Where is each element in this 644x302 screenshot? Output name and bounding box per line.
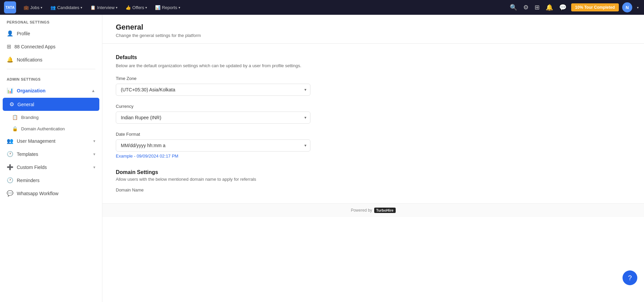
- branding-icon: 📋: [12, 115, 18, 120]
- page-footer: Powered by TurboHire: [102, 203, 644, 217]
- date-format-form-group: Date Format MM/dd/yyyy hh:mm add/MM/yyyy…: [116, 132, 391, 159]
- sidebar-label-organization: Organization: [17, 88, 88, 93]
- sidebar-item-user-management[interactable]: 👥 User Management ▾: [0, 134, 102, 147]
- apps-button[interactable]: ⊞: [533, 2, 541, 12]
- sidebar-item-branding[interactable]: 📋 Branding: [0, 112, 102, 123]
- sidebar-item-profile[interactable]: 👤 Profile: [0, 27, 102, 40]
- nav-reports[interactable]: 📊 Reports ▾: [152, 3, 184, 12]
- nav-interview[interactable]: 📋 Interview ▾: [87, 3, 121, 12]
- chevron-down-icon: ▾: [145, 6, 147, 9]
- powered-by-text: Powered by: [351, 208, 372, 213]
- users-icon: 👥: [7, 138, 13, 144]
- domain-name-label: Domain Name: [116, 187, 144, 192]
- user-mgmt-chevron: ▾: [93, 139, 95, 143]
- domain-settings-desc: Allow users with the below mentioned dom…: [116, 177, 391, 182]
- bell-icon: 🔔: [7, 56, 13, 63]
- chevron-down-icon: ▾: [41, 6, 42, 9]
- apps-icon: ⊞: [7, 43, 11, 50]
- defaults-description: Below are the default organization setti…: [116, 62, 391, 69]
- org-icon: 📊: [7, 87, 13, 94]
- main-layout: Personal Settings 👤 Profile ⊞ 88 Connect…: [0, 15, 644, 302]
- content-wrapper: General Change the general settings for …: [102, 15, 644, 302]
- templates-chevron: ▾: [93, 152, 95, 157]
- lock-icon: 🔒: [12, 126, 18, 131]
- sidebar-item-organization[interactable]: 📊 Organization ▲: [0, 84, 102, 97]
- people-icon: 👥: [50, 5, 56, 10]
- user-avatar[interactable]: N: [622, 2, 632, 12]
- currency-select-wrapper: Indian Rupee (INR)US Dollar (USD)Euro (E…: [116, 112, 310, 124]
- page-title: General: [116, 23, 631, 32]
- nav-candidates[interactable]: 👥 Candidates ▾: [47, 3, 86, 12]
- timezone-label: Time Zone: [116, 76, 391, 81]
- footer-logo: Powered by TurboHire: [351, 208, 395, 213]
- date-format-select-wrapper: MM/dd/yyyy hh:mm add/MM/yyyy hh:mm ayyyy…: [116, 139, 310, 152]
- sidebar-item-connected-apps[interactable]: ⊞ 88 Connected Apps: [0, 40, 102, 53]
- chevron-down-icon: ▾: [116, 6, 117, 9]
- settings-button[interactable]: ⚙: [522, 2, 530, 12]
- sidebar-item-whatsapp[interactable]: 💬 Whatsapp Workflow: [0, 187, 102, 200]
- currency-form-group: Currency Indian Rupee (INR)US Dollar (US…: [116, 104, 391, 124]
- sidebar-label-notifications: Notifications: [17, 57, 95, 62]
- personal-settings-heading: Personal Settings: [0, 15, 102, 27]
- content-area: Defaults Below are the default organizat…: [102, 44, 404, 203]
- messages-button[interactable]: 💬: [558, 2, 568, 12]
- sidebar-label-domain-auth: Domain Authentication: [21, 126, 65, 131]
- admin-settings-heading: Admin Settings: [0, 72, 102, 84]
- sidebar-label-profile: Profile: [17, 31, 95, 36]
- top-navigation: TATA 💼 Jobs ▾ 👥 Candidates ▾ 📋 Interview…: [0, 0, 644, 15]
- timezone-select-wrapper: (UTC+05:30) Asia/Kolkata(UTC+00:00) UTC(…: [116, 84, 310, 96]
- date-format-select[interactable]: MM/dd/yyyy hh:mm add/MM/yyyy hh:mm ayyyy…: [116, 139, 310, 152]
- turbohire-brand: TurboHire: [374, 208, 396, 213]
- gear-icon: ⚙: [9, 101, 14, 107]
- date-format-label: Date Format: [116, 132, 391, 137]
- main-content: General Change the general settings for …: [102, 15, 644, 302]
- sidebar-item-general[interactable]: ⚙ General: [3, 98, 99, 111]
- notifications-button[interactable]: 🔔: [544, 2, 554, 12]
- reports-icon: 📊: [155, 5, 160, 10]
- sidebar-label-user-management: User Management: [17, 138, 90, 144]
- topnav-right-section: 🔍 ⚙ ⊞ 🔔 💬 10% Tour Completed N ▾: [508, 2, 640, 12]
- domain-settings-title: Domain Settings: [116, 169, 391, 175]
- sidebar-label-reminders: Reminders: [17, 178, 95, 183]
- timezone-form-group: Time Zone (UTC+05:30) Asia/Kolkata(UTC+0…: [116, 76, 391, 96]
- currency-select[interactable]: Indian Rupee (INR)US Dollar (USD)Euro (E…: [116, 112, 310, 124]
- sidebar-label-general: General: [17, 102, 93, 107]
- nav-offers[interactable]: 👍 Offers ▾: [122, 3, 150, 12]
- timezone-select[interactable]: (UTC+05:30) Asia/Kolkata(UTC+00:00) UTC(…: [116, 84, 310, 96]
- account-chevron[interactable]: ▾: [636, 4, 640, 11]
- sidebar-label-whatsapp: Whatsapp Workflow: [17, 191, 95, 196]
- sidebar-item-custom-fields[interactable]: ➕ Custom Fields ▾: [0, 161, 102, 174]
- sidebar-item-notifications[interactable]: 🔔 Notifications: [0, 53, 102, 66]
- help-button[interactable]: ?: [623, 270, 637, 285]
- sidebar: Personal Settings 👤 Profile ⊞ 88 Connect…: [0, 15, 102, 302]
- interview-icon: 📋: [90, 5, 96, 10]
- reminders-icon: 🕐: [7, 177, 13, 183]
- sidebar-divider: [7, 69, 95, 69]
- sidebar-label-connected-apps: 88 Connected Apps: [14, 44, 95, 49]
- tour-button[interactable]: 10% Tour Completed: [571, 3, 619, 11]
- domain-settings-section: Domain Settings Allow users with the bel…: [116, 169, 391, 192]
- briefcase-icon: 💼: [23, 5, 29, 10]
- defaults-title: Defaults: [116, 54, 391, 60]
- sidebar-label-templates: Templates: [17, 152, 90, 157]
- chevron-down-icon: ▾: [179, 6, 180, 9]
- custom-fields-icon: ➕: [7, 164, 13, 170]
- sidebar-label-custom-fields: Custom Fields: [17, 165, 90, 170]
- page-header: General Change the general settings for …: [102, 15, 644, 44]
- sidebar-item-domain-auth[interactable]: 🔒 Domain Authentication: [0, 123, 102, 134]
- search-button[interactable]: 🔍: [508, 2, 518, 12]
- sidebar-label-branding: Branding: [21, 115, 39, 120]
- custom-fields-chevron: ▾: [93, 165, 95, 170]
- nav-jobs[interactable]: 💼 Jobs ▾: [20, 3, 46, 12]
- sidebar-item-reminders[interactable]: 🕐 Reminders: [0, 174, 102, 187]
- templates-icon: 🕐: [7, 151, 13, 157]
- currency-label: Currency: [116, 104, 391, 109]
- offers-icon: 👍: [126, 5, 131, 10]
- org-chevron-up: ▲: [91, 88, 95, 93]
- sidebar-item-templates[interactable]: 🕐 Templates ▾: [0, 147, 102, 161]
- profile-icon: 👤: [7, 30, 13, 37]
- app-logo[interactable]: TATA: [4, 1, 16, 13]
- date-format-example: Example - 09/09/2024 02:17 PM: [116, 154, 391, 159]
- whatsapp-icon: 💬: [7, 190, 13, 197]
- page-subtitle: Change the general settings for the plat…: [116, 33, 631, 38]
